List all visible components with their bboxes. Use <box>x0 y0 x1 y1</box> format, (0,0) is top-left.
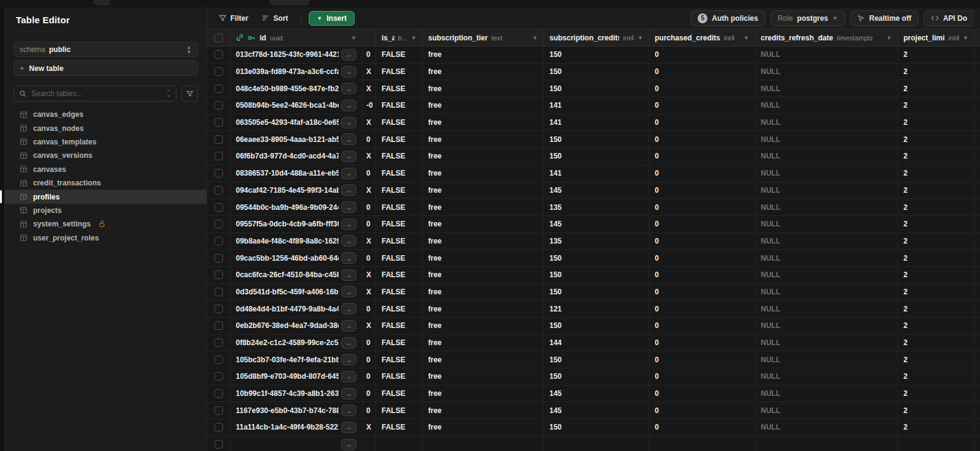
cell-limit[interactable]: 2 <box>898 199 974 215</box>
cell-clipped[interactable]: -0 <box>363 97 376 114</box>
column-header-id[interactable]: iduuid▼ <box>230 29 363 46</box>
cell-refresh[interactable]: NULL <box>755 47 898 63</box>
cell-admin[interactable]: FALSE <box>376 284 423 300</box>
search-tables-box[interactable]: ⌃⌄ <box>13 86 176 102</box>
cell-refresh[interactable]: NULL <box>755 233 898 250</box>
cell-admin[interactable]: FALSE <box>376 114 423 131</box>
api-docs-button[interactable]: API Do <box>924 10 974 26</box>
cell-clipped[interactable]: 0 <box>363 250 376 266</box>
cell-admin[interactable]: FALSE <box>376 97 423 114</box>
cell-clipped[interactable]: X <box>363 148 376 165</box>
cell-admin[interactable]: FALSE <box>376 80 423 97</box>
cell-refresh[interactable]: NULL <box>755 182 898 199</box>
cell-last[interactable]: NULL <box>974 148 980 165</box>
cell-limit[interactable] <box>898 436 974 451</box>
cell-subcr[interactable]: 145 <box>544 386 649 402</box>
cell-purch[interactable]: 0 <box>649 318 755 334</box>
cell-subcr[interactable]: 135 <box>544 199 649 215</box>
cell-purch[interactable]: 0 <box>649 199 755 215</box>
cell-last[interactable]: NULL <box>974 284 980 300</box>
sidebar-item-user_project_roles[interactable]: user_project_roles <box>5 231 206 245</box>
cell-id[interactable]: 0eb2b676-38ed-4ea7-9dad-38e6...→ <box>230 318 363 334</box>
expand-row-button[interactable]: → <box>341 354 356 365</box>
cell-tier[interactable]: free <box>423 131 544 147</box>
expand-row-button[interactable]: → <box>341 168 356 179</box>
cell-id[interactable]: 06eaee33-8905-4aaa-b121-ab552...→ <box>230 131 363 147</box>
cell-limit[interactable]: 2 <box>898 250 974 266</box>
expand-row-button[interactable]: → <box>341 184 356 196</box>
cell-tier[interactable]: free <box>423 386 544 402</box>
cell-purch[interactable]: 0 <box>649 335 755 351</box>
cell-tier[interactable]: free <box>423 318 544 334</box>
cell-tier[interactable]: free <box>423 300 544 317</box>
cell-admin[interactable]: FALSE <box>376 318 423 334</box>
cell-tier[interactable]: free <box>423 165 544 182</box>
expand-row-button[interactable]: → <box>341 218 356 230</box>
cell-subcr[interactable]: 150 <box>544 148 649 165</box>
cell-clipped[interactable]: X <box>363 233 376 250</box>
expand-row-button[interactable]: → <box>341 388 356 400</box>
cell-admin[interactable]: FALSE <box>376 300 423 317</box>
cell-clipped[interactable]: 0 <box>363 216 376 233</box>
cell-purch[interactable]: 0 <box>649 47 755 63</box>
cell-refresh[interactable]: NULL <box>755 148 898 165</box>
expand-row-button[interactable]: → <box>341 252 356 264</box>
cell-clipped[interactable]: 0 <box>363 335 376 351</box>
cell-purch[interactable]: 0 <box>649 165 755 182</box>
sort-button[interactable]: Sort <box>256 11 293 26</box>
cell-refresh[interactable]: NULL <box>755 267 898 283</box>
row-checkbox[interactable] <box>214 372 223 381</box>
cell-last[interactable]: NULL <box>974 131 980 147</box>
cell-refresh[interactable]: NULL <box>755 284 898 300</box>
column-header-limit[interactable]: project_limitint4▼ <box>898 29 974 46</box>
cell-last[interactable]: NULL <box>974 351 980 368</box>
chevron-down-icon[interactable]: ▼ <box>963 35 968 41</box>
expand-row-button[interactable]: → <box>341 235 356 247</box>
cell-purch[interactable]: 0 <box>649 386 755 402</box>
new-table-button[interactable]: + New table <box>13 61 198 76</box>
cell-last[interactable]: NULL <box>974 165 980 182</box>
row-checkbox[interactable] <box>214 270 223 279</box>
cell-limit[interactable]: 2 <box>898 233 974 250</box>
cell-limit[interactable]: 2 <box>898 300 974 317</box>
cell-limit[interactable]: 2 <box>898 368 974 385</box>
row-checkbox[interactable] <box>214 389 223 398</box>
cell-limit[interactable]: 2 <box>898 80 974 97</box>
chevron-down-icon[interactable]: ▼ <box>532 35 538 41</box>
chevron-down-icon[interactable]: ▼ <box>411 35 417 41</box>
cell-id[interactable]: 0d48e4d4-b1bf-4479-9a8b-4a4b...→ <box>230 300 363 317</box>
cell-admin[interactable]: FALSE <box>376 131 423 147</box>
cell-last[interactable]: NULL <box>974 250 980 266</box>
cell-subcr[interactable]: 145 <box>544 216 649 233</box>
cell-clipped[interactable]: X <box>363 114 376 131</box>
cell-subcr[interactable] <box>544 436 649 451</box>
cell-subcr[interactable]: 150 <box>544 419 649 436</box>
cell-admin[interactable]: FALSE <box>376 250 423 266</box>
cell-limit[interactable]: 2 <box>898 131 974 147</box>
cell-refresh[interactable]: NULL <box>755 419 898 436</box>
cell-purch[interactable] <box>649 436 755 451</box>
cell-refresh[interactable]: NULL <box>755 80 898 97</box>
cell-admin[interactable]: FALSE <box>376 267 423 283</box>
sidebar-item-canvases[interactable]: canvases <box>5 163 206 176</box>
column-header-clip[interactable] <box>363 29 376 46</box>
cell-limit[interactable]: 2 <box>898 318 974 334</box>
cell-purch[interactable]: 0 <box>649 267 755 283</box>
cell-limit[interactable]: 2 <box>898 97 974 114</box>
cell-id[interactable]: 0f8b24e2-c1c2-4589-99ce-2c52d...→ <box>230 335 363 351</box>
row-checkbox[interactable] <box>214 67 223 76</box>
row-checkbox[interactable] <box>214 288 223 296</box>
cell-purch[interactable]: 0 <box>649 402 755 419</box>
cell-last[interactable]: NULL <box>974 267 980 283</box>
cell-limit[interactable]: 2 <box>898 335 974 351</box>
cell-last[interactable] <box>974 436 980 451</box>
cell-last[interactable]: NULL <box>974 114 980 131</box>
cell-purch[interactable]: 0 <box>649 131 755 147</box>
cell-tier[interactable]: free <box>423 351 544 368</box>
cell-admin[interactable]: FALSE <box>376 182 423 199</box>
expand-row-button[interactable]: → <box>341 269 356 281</box>
cell-admin[interactable]: FALSE <box>376 199 423 215</box>
expand-row-button[interactable]: → <box>341 320 356 332</box>
cell-purch[interactable]: 0 <box>649 216 755 233</box>
cell-clipped[interactable] <box>363 436 376 451</box>
